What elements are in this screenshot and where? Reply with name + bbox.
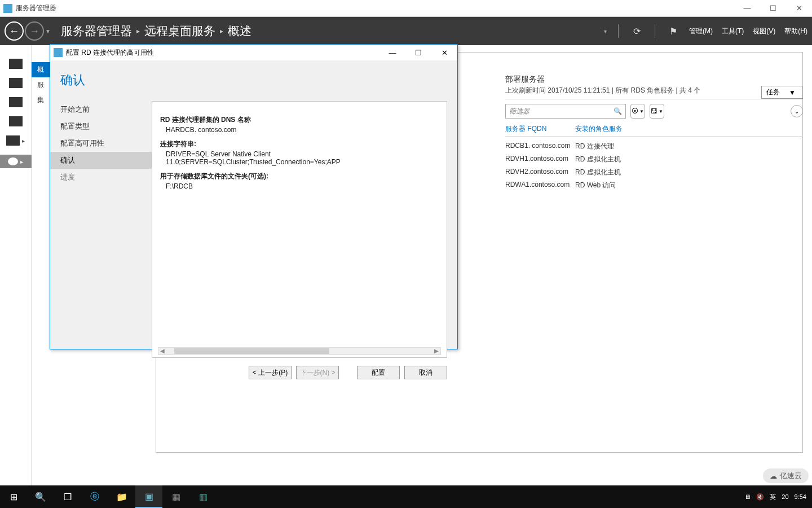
table-row[interactable]: RDVH2.contoso.comRD 虚拟化主机 <box>505 166 803 179</box>
next-button: 下一步(N) > <box>296 366 339 379</box>
col-fqdn[interactable]: 服务器 FQDN <box>505 124 575 134</box>
value-conn: DRIVER=SQL Server Native Client 11.0;SER… <box>166 150 439 166</box>
filter-input-wrap[interactable]: 🔍 <box>505 104 626 119</box>
rail-all-servers-icon[interactable] <box>9 97 23 107</box>
wizard-step-progress: 进度 <box>50 169 152 186</box>
breadcrumb-sep-icon: ▸ <box>136 27 140 35</box>
command-bar: ← → ▼ 服务器管理器 ▸ 远程桌面服务 ▸ 概述 ▾ ⟳ ⚑ 管理(M) 工… <box>0 17 812 45</box>
expand-arrow-icon[interactable]: ▸ <box>22 138 25 144</box>
tab-servers[interactable]: 服 <box>32 77 50 93</box>
window-title: 服务器管理器 <box>16 3 734 13</box>
ime-indicator[interactable]: 英 <box>770 493 776 501</box>
tray-monitor-icon[interactable]: 🖥 <box>744 493 751 500</box>
cell-role: RD 连接代理 <box>575 142 614 151</box>
app-icon <box>3 4 12 13</box>
table-row[interactable]: RDWA1.contoso.comRD Web 访问 <box>505 179 803 192</box>
tab-overview[interactable]: 概 <box>32 62 50 77</box>
wizard-step-ha[interactable]: 配置高可用性 <box>50 135 152 152</box>
tasks-dropdown[interactable]: 任务▼ <box>761 86 803 99</box>
dialog-footer: < 上一步(P) 下一步(N) > 配置 取消 <box>50 358 457 387</box>
refresh-icon[interactable]: ⟳ <box>630 24 643 38</box>
filter-input[interactable] <box>509 107 614 115</box>
configure-button[interactable]: 配置 <box>357 366 400 379</box>
horizontal-scrollbar[interactable]: ◀▶ <box>158 347 441 355</box>
cell-role: RD Web 访问 <box>575 181 616 190</box>
wizard-step-type[interactable]: 配置类型 <box>50 118 152 135</box>
nav-forward-button[interactable]: → <box>25 21 44 41</box>
taskbar-clock[interactable]: 9:54 <box>795 493 806 500</box>
breadcrumb-part3[interactable]: 概述 <box>228 23 251 39</box>
menu-view[interactable]: 视图(V) <box>753 27 775 36</box>
menu-help[interactable]: 帮助(H) <box>784 27 807 36</box>
dialog-minimize-button[interactable]: — <box>379 45 405 60</box>
app-icon-2[interactable]: ▥ <box>189 485 217 508</box>
scrollbar-thumb[interactable] <box>174 348 329 354</box>
divider <box>505 99 803 99</box>
save-query-button[interactable]: 🖫 ▼ <box>650 104 664 119</box>
tab-collections[interactable]: 集 <box>32 93 50 108</box>
table-header: 服务器 FQDN 安装的角色服务 <box>505 124 803 137</box>
nav-back-button[interactable]: ← <box>5 21 24 41</box>
rail-file-services-icon[interactable] <box>9 116 23 126</box>
expand-panel-button[interactable]: ⌄ <box>791 105 803 117</box>
tray-volume-icon[interactable]: 🔇 <box>756 493 764 501</box>
cell-fqdn: RDVH1.contoso.com <box>505 155 575 164</box>
label-conn: 连接字符串: <box>160 139 439 149</box>
nav-history-dropdown[interactable]: ▼ <box>45 28 51 34</box>
dialog-titlebar: 配置 RD 连接代理的高可用性 — ☐ ✕ <box>50 45 457 60</box>
tray-num[interactable]: 20 <box>782 493 788 500</box>
dialog-title: 配置 RD 连接代理的高可用性 <box>66 48 379 58</box>
menu-manage[interactable]: 管理(M) <box>689 27 713 36</box>
cloud-icon: ☁ <box>770 472 777 480</box>
scroll-right-icon[interactable]: ▶ <box>433 348 440 354</box>
close-button[interactable]: ✕ <box>786 0 812 17</box>
flag-icon[interactable]: ⚑ <box>667 24 680 38</box>
dialog-icon <box>54 48 63 57</box>
cell-role: RD 虚拟化主机 <box>575 155 621 164</box>
minimize-button[interactable]: — <box>734 0 760 17</box>
expand-arrow-icon[interactable]: ▸ <box>20 159 23 165</box>
tasks-label: 任务 <box>766 87 780 97</box>
taskbar: ⊞ 🔍 ❐ ⓔ 📁 ▣ ▦ ▥ 🖥 🔇 英 20 9:54 <box>0 485 812 508</box>
cancel-button[interactable]: 取消 <box>404 366 447 379</box>
left-rail: ▸ ▸ <box>0 45 32 491</box>
table-row[interactable]: RDCB1. contoso.comRD 连接代理 <box>505 140 803 153</box>
menu-tools[interactable]: 工具(T) <box>722 27 744 36</box>
ie-icon[interactable]: ⓔ <box>81 485 108 508</box>
app-icon-1[interactable]: ▦ <box>162 485 189 508</box>
rail-rds-icon[interactable] <box>8 157 18 165</box>
dialog-close-button[interactable]: ✕ <box>431 45 457 60</box>
wizard-step-before[interactable]: 开始之前 <box>50 101 152 118</box>
prev-button[interactable]: < 上一步(P) <box>249 366 292 379</box>
rail-dashboard-icon[interactable] <box>9 59 23 69</box>
rail-local-server-icon[interactable] <box>9 78 23 88</box>
search-icon[interactable]: 🔍 <box>614 107 622 115</box>
dialog-content: RD 连接代理群集的 DNS 名称 HARDCB. contoso.com 连接… <box>152 101 447 358</box>
breadcrumb-part2[interactable]: 远程桌面服务 <box>144 23 215 39</box>
explorer-icon[interactable]: 📁 <box>108 485 135 508</box>
dropdown-caret-icon[interactable]: ▾ <box>604 28 607 34</box>
chevron-down-icon: ▼ <box>789 89 796 97</box>
start-button[interactable]: ⊞ <box>0 485 27 508</box>
maximize-button[interactable]: ☐ <box>760 0 786 17</box>
search-button[interactable]: 🔍 <box>27 485 54 508</box>
wizard-step-confirm[interactable]: 确认 <box>50 152 152 169</box>
server-manager-taskbar-icon[interactable]: ▣ <box>135 485 162 508</box>
task-view-button[interactable]: ❐ <box>54 485 81 508</box>
cell-fqdn: RDWA1.contoso.com <box>505 181 575 190</box>
breadcrumb-part1[interactable]: 服务器管理器 <box>61 23 132 39</box>
deploy-servers-panel: 部署服务器 任务▼ 上次刷新时间 2017/10/25 11:21:51 | 所… <box>505 75 803 192</box>
separator <box>618 24 619 38</box>
dialog-maximize-button[interactable]: ☐ <box>405 45 431 60</box>
dialog-heading: 确认 <box>50 60 457 99</box>
value-dns: HARDCB. contoso.com <box>166 126 439 134</box>
table-row[interactable]: RDVH1.contoso.comRD 虚拟化主机 <box>505 153 803 166</box>
clock-time: 9:54 <box>795 493 806 500</box>
col-role[interactable]: 安装的角色服务 <box>575 124 623 134</box>
label-dns: RD 连接代理群集的 DNS 名称 <box>160 115 439 125</box>
breadcrumb: 服务器管理器 ▸ 远程桌面服务 ▸ 概述 <box>61 23 251 39</box>
rail-item-icon[interactable] <box>6 135 20 146</box>
view-options-button[interactable]: ⦿ ▼ <box>630 104 645 119</box>
scroll-left-icon[interactable]: ◀ <box>158 348 166 354</box>
cell-fqdn: RDCB1. contoso.com <box>505 142 575 151</box>
